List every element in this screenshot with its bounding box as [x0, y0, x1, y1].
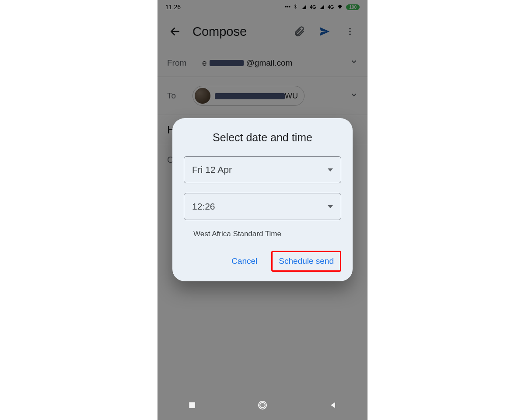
time-picker[interactable]: 12:26: [184, 193, 341, 220]
caret-down-icon: [328, 168, 333, 172]
date-value: Fri 12 Apr: [192, 164, 232, 175]
caret-down-icon: [328, 205, 333, 208]
svg-point-6: [260, 402, 265, 408]
schedule-dialog: Select date and time Fri 12 Apr 12:26 We…: [172, 118, 353, 281]
triangle-left-icon: [329, 401, 337, 410]
dialog-actions: Cancel Schedule send: [184, 251, 341, 272]
cancel-button[interactable]: Cancel: [225, 252, 263, 270]
svg-rect-4: [189, 402, 195, 408]
schedule-send-button[interactable]: Schedule send: [271, 251, 341, 272]
nav-home-button[interactable]: [257, 400, 268, 412]
nav-recent-button[interactable]: [188, 401, 196, 411]
date-picker[interactable]: Fri 12 Apr: [184, 156, 341, 183]
time-value: 12:26: [192, 201, 215, 212]
circle-icon: [257, 400, 268, 410]
dialog-title: Select date and time: [184, 131, 341, 144]
phone-screen: 11:26 ••• 4G 4G 100 Compose: [158, 0, 368, 420]
nav-back-button[interactable]: [329, 401, 337, 411]
navigation-bar: [158, 392, 368, 420]
timezone-label: West Africa Standard Time: [184, 230, 341, 238]
square-icon: [188, 401, 196, 410]
